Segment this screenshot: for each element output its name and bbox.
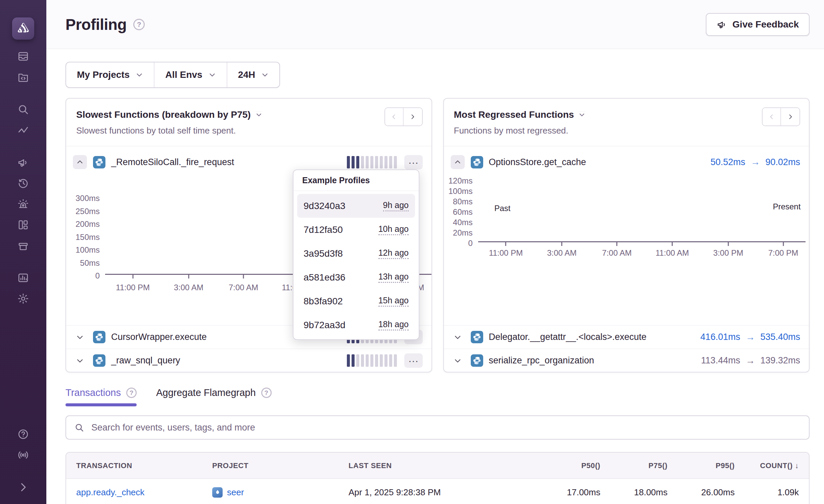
sidebar-item-issues[interactable] (16, 50, 30, 63)
help-icon[interactable]: ? (126, 388, 137, 398)
sidebar-item-stats[interactable] (16, 271, 30, 285)
function-name[interactable]: CursorWrapper.execute (111, 332, 207, 342)
profile-item[interactable]: 9d3240a3 9h ago (297, 194, 415, 218)
profile-time[interactable]: 10h ago (378, 224, 409, 235)
slowest-functions-title-row[interactable]: Slowest Functions (breakdown by P75) (76, 109, 421, 120)
chevron-down-icon[interactable] (76, 357, 84, 365)
search-input[interactable] (91, 422, 801, 433)
python-icon (472, 356, 482, 365)
chevron-up-icon (454, 158, 461, 166)
stats-icon (17, 272, 29, 284)
environment-filter[interactable]: All Envs (154, 62, 227, 87)
profile-time[interactable]: 13h ago (378, 272, 409, 283)
most-regressed-panel: Most Regressed Functions Functions by mo… (443, 98, 810, 372)
project-cell[interactable]: seer (212, 487, 349, 498)
most-regressed-title-row[interactable]: Most Regressed Functions (454, 109, 799, 120)
python-platform-icon (471, 331, 483, 343)
sidebar-collapse-toggle[interactable] (16, 481, 30, 494)
more-actions-button[interactable]: … (404, 353, 423, 368)
sidebar-item-dashboards[interactable] (16, 218, 30, 232)
sentry-logo[interactable] (12, 17, 34, 40)
column-header-p95[interactable]: P95() (668, 461, 735, 470)
regressed-pagination (762, 107, 800, 126)
after-value[interactable]: 139.32ms (760, 355, 800, 366)
profile-time[interactable]: 9h ago (383, 200, 409, 211)
column-header-p50[interactable]: P50() (533, 461, 600, 470)
prev-page-button[interactable] (763, 108, 781, 125)
projects-filter[interactable]: My Projects (66, 62, 154, 87)
function-row[interactable]: _raw_snql_query … (66, 349, 431, 372)
before-value[interactable]: 416.01ms (700, 332, 740, 342)
chevron-down-icon[interactable] (454, 333, 462, 341)
page-help-icon[interactable]: ? (133, 19, 145, 30)
before-value[interactable]: 113.44ms (701, 355, 740, 366)
sidebar-item-settings[interactable] (16, 292, 30, 305)
chevron-down-icon (136, 71, 143, 79)
date-range-filter[interactable]: 24H (227, 62, 279, 87)
sort-arrow-icon: ↓ (795, 461, 799, 470)
profile-item[interactable]: 7d12fa50 10h ago (297, 218, 415, 242)
projects-filter-label: My Projects (77, 69, 130, 80)
column-header-transaction[interactable]: TRANSACTION (76, 461, 212, 470)
profile-time[interactable]: 12h ago (378, 248, 409, 259)
profile-item[interactable]: a581ed36 13h ago (297, 265, 415, 289)
function-name[interactable]: OptionsStore.get_cache (489, 157, 586, 167)
dropdown-list: 9d3240a3 9h ago 7d12fa50 10h ago 3a95d3f… (293, 191, 419, 340)
sidebar-item-replays[interactable] (16, 177, 30, 190)
p50-cell: 17.00ms (533, 487, 600, 498)
sidebar-item-releases[interactable] (16, 239, 30, 252)
collapse-row-button[interactable] (451, 155, 465, 169)
sidebar-item-traces[interactable] (16, 123, 30, 137)
sidebar-item-feedback[interactable] (16, 156, 30, 169)
transaction-link[interactable]: app.ready._check (76, 487, 212, 498)
sidebar-item-alerts[interactable] (16, 197, 30, 211)
next-page-button[interactable] (404, 108, 422, 125)
table-row[interactable]: app.ready._check seer Apr 1, 2025 9:28:3… (66, 479, 809, 504)
help-icon (17, 428, 29, 440)
tab-bar: Transactions ? Aggregate Flamegraph ? (65, 387, 810, 406)
prev-page-button[interactable] (385, 108, 404, 125)
after-value[interactable]: 90.02ms (765, 157, 800, 167)
after-value[interactable]: 535.40ms (760, 332, 800, 342)
python-platform-icon (93, 156, 105, 168)
function-row[interactable]: OptionsStore.get_cache 50.52ms → 90.02ms (444, 146, 809, 178)
column-header-project[interactable]: PROJECT (212, 461, 349, 470)
column-header-p75[interactable]: P75() (600, 461, 668, 470)
help-icon[interactable]: ? (261, 388, 272, 398)
function-name[interactable]: Delegator.__getattr__.<locals>.execute (489, 332, 647, 342)
profile-time[interactable]: 15h ago (378, 296, 409, 307)
before-value[interactable]: 50.52ms (711, 157, 745, 167)
function-row[interactable]: serialize_rpc_organization 113.44ms → 13… (444, 349, 809, 372)
sidebar-item-help[interactable] (16, 427, 30, 441)
function-name[interactable]: serialize_rpc_organization (489, 355, 594, 366)
chevron-right-icon (787, 113, 794, 121)
tab-aggregate-flamegraph[interactable]: Aggregate Flamegraph ? (156, 387, 272, 406)
tab-label: Aggregate Flamegraph (156, 387, 256, 398)
give-feedback-button[interactable]: Give Feedback (706, 13, 810, 36)
chevron-down-icon[interactable] (76, 333, 84, 341)
profile-item[interactable]: 9b72aa3d 18h ago (297, 313, 415, 337)
column-header-count[interactable]: COUNT() ↓ (735, 461, 799, 470)
next-page-button[interactable] (781, 108, 799, 125)
collapse-row-button[interactable] (73, 155, 87, 169)
profile-item[interactable]: 8b3fa902 15h ago (297, 289, 415, 313)
more-actions-button[interactable]: … (404, 155, 423, 169)
profile-item[interactable]: 3a95d3f8 12h ago (297, 242, 415, 265)
profile-time[interactable]: 18h ago (378, 319, 409, 331)
content: My Projects All Envs 24H (46, 49, 824, 504)
line-chart-svg (478, 182, 806, 241)
profile-id: 8b3fa902 (304, 296, 343, 307)
last-seen-cell: Apr 1, 2025 9:28:38 PM (349, 487, 533, 498)
sidebar-item-projects[interactable] (16, 70, 30, 84)
sidebar-item-explore[interactable] (16, 103, 30, 116)
column-header-last-seen[interactable]: LAST SEEN (349, 461, 533, 470)
tab-transactions[interactable]: Transactions ? (65, 387, 137, 406)
chevron-down-icon[interactable] (454, 357, 462, 365)
function-name[interactable]: _RemoteSiloCall._fire_request (111, 157, 234, 167)
search-bar (65, 415, 810, 440)
function-name[interactable]: _raw_snql_query (111, 355, 180, 366)
sidebar-item-whats-new[interactable] (16, 448, 30, 462)
function-row[interactable]: Delegator.__getattr__.<locals>.execute 4… (444, 325, 809, 349)
arrow-right-icon: → (745, 355, 755, 366)
slowest-functions-subtitle: Slowest functions by total self time spe… (76, 125, 421, 136)
